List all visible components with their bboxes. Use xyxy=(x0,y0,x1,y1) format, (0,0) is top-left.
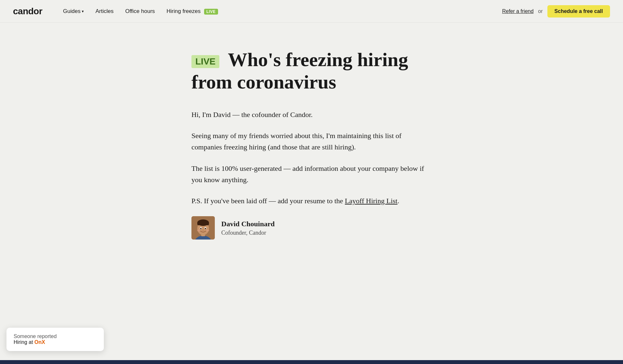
nav-logo[interactable]: candor xyxy=(13,6,42,17)
nav-link-office-hours[interactable]: Office hours xyxy=(121,6,159,17)
or-separator: or xyxy=(538,8,543,14)
title-text: Who's freezing hiring from coronavirus xyxy=(191,49,408,93)
author-avatar xyxy=(191,216,215,240)
svg-point-11 xyxy=(197,229,200,231)
svg-point-10 xyxy=(205,228,206,229)
paragraph-ps: P.S. If you've been laid off — add your … xyxy=(191,195,432,206)
live-tag-title: LIVE xyxy=(191,55,219,68)
nav-link-articles[interactable]: Articles xyxy=(91,6,118,17)
nav-right: Refer a friend or Schedule a free call xyxy=(502,5,610,18)
toast-company-name: OnX xyxy=(34,339,45,345)
toast-preposition: at xyxy=(29,339,33,345)
article-title: LIVE Who's freezing hiring from coronavi… xyxy=(191,49,432,93)
svg-point-9 xyxy=(200,228,202,229)
chevron-down-icon: ▾ xyxy=(82,9,84,14)
author-name: David Chouinard xyxy=(221,220,275,228)
bottom-nav-bar xyxy=(0,360,623,364)
svg-point-13 xyxy=(202,230,204,231)
author-avatar-image xyxy=(191,216,215,240)
toast-prefix: Someone reported xyxy=(14,334,57,339)
author-section: David Chouinard Cofounder, Candor xyxy=(191,216,432,240)
layoff-hiring-list-link[interactable]: Layoff Hiring List xyxy=(345,197,397,205)
article-body: Hi, I'm David — the cofounder of Candor.… xyxy=(191,109,432,206)
author-info: David Chouinard Cofounder, Candor xyxy=(221,220,275,236)
svg-point-12 xyxy=(206,229,209,231)
toast-action: Hiring at OnX xyxy=(14,339,45,345)
paragraph-3: The list is 100% user-generated — add in… xyxy=(191,163,432,185)
paragraph-1: Hi, I'm David — the cofounder of Candor. xyxy=(191,109,432,120)
refer-friend-link[interactable]: Refer a friend xyxy=(502,8,533,14)
main-content: LIVE Who's freezing hiring from coronavi… xyxy=(178,23,445,259)
hiring-freezes-label: Hiring freezes xyxy=(166,8,201,14)
paragraph-2: Seeing many of my friends worried about … xyxy=(191,130,432,153)
toast-action-text: Hiring xyxy=(14,339,27,345)
nav-link-hiring-freezes[interactable]: Hiring freezes LIVE xyxy=(162,6,222,17)
nav-link-guides[interactable]: Guides ▾ xyxy=(58,6,88,17)
live-badge-nav: LIVE xyxy=(204,9,218,15)
toast-content: Someone reported Hiring at OnX xyxy=(14,334,97,345)
toast-notification: Someone reported Hiring at OnX xyxy=(6,328,104,351)
svg-rect-6 xyxy=(197,222,209,225)
schedule-call-button[interactable]: Schedule a free call xyxy=(547,5,610,18)
author-title: Cofounder, Candor xyxy=(221,229,275,236)
nav-links: Guides ▾ Articles Office hours Hiring fr… xyxy=(58,6,502,17)
guides-label: Guides xyxy=(63,8,80,15)
navigation: candor Guides ▾ Articles Office hours Hi… xyxy=(0,0,623,23)
